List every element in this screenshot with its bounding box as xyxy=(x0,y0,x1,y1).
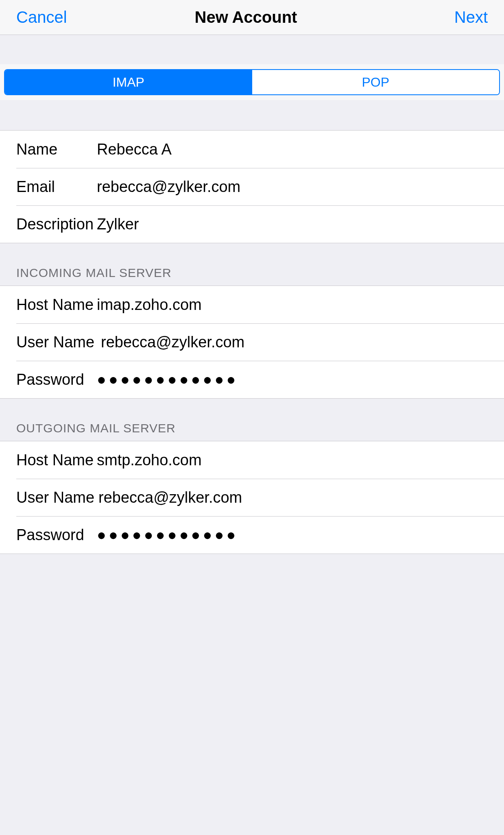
email-label: Email xyxy=(16,178,97,196)
navbar: Cancel New Account Next xyxy=(0,0,504,35)
outgoing-group: Host Name User Name Password ●●●●●●●●●●●… xyxy=(0,441,504,554)
incoming-password-field[interactable]: ●●●●●●●●●●●● xyxy=(97,371,238,388)
outgoing-password-field[interactable]: ●●●●●●●●●●●● xyxy=(97,526,238,544)
outgoing-header: OUTGOING MAIL SERVER xyxy=(0,399,504,441)
incoming-password-row[interactable]: Password ●●●●●●●●●●●● xyxy=(0,361,504,398)
incoming-group: Host Name User Name Password ●●●●●●●●●●●… xyxy=(0,286,504,399)
tab-imap[interactable]: IMAP xyxy=(5,70,252,94)
outgoing-host-label: Host Name xyxy=(16,451,97,469)
page-title: New Account xyxy=(69,8,423,26)
outgoing-user-row[interactable]: User Name xyxy=(0,479,504,516)
protocol-segmented-wrap: IMAP POP xyxy=(0,64,504,100)
outgoing-user-label: User Name xyxy=(16,489,97,506)
email-row[interactable]: Email xyxy=(0,168,504,205)
incoming-header: INCOMING MAIL SERVER xyxy=(0,243,504,286)
account-info-group: Name Email Description xyxy=(0,130,504,243)
outgoing-host-field[interactable] xyxy=(97,451,488,469)
incoming-password-label: Password xyxy=(16,371,97,388)
incoming-user-row[interactable]: User Name xyxy=(0,323,504,361)
name-field[interactable] xyxy=(97,141,488,158)
incoming-host-row[interactable]: Host Name xyxy=(0,286,504,323)
cancel-button[interactable]: Cancel xyxy=(16,8,67,26)
protocol-segmented: IMAP POP xyxy=(4,69,500,95)
description-field[interactable] xyxy=(97,216,488,233)
description-row[interactable]: Description xyxy=(0,205,504,243)
name-label: Name xyxy=(16,141,97,158)
incoming-user-field[interactable] xyxy=(97,334,488,351)
spacer xyxy=(0,35,504,64)
outgoing-password-label: Password xyxy=(16,526,97,544)
incoming-host-label: Host Name xyxy=(16,296,97,314)
description-label: Description xyxy=(16,216,97,233)
spacer xyxy=(0,100,504,130)
next-button[interactable]: Next xyxy=(454,8,488,26)
outgoing-user-field[interactable] xyxy=(97,489,488,506)
outgoing-host-row[interactable]: Host Name xyxy=(0,441,504,479)
incoming-host-field[interactable] xyxy=(97,296,488,314)
outgoing-password-row[interactable]: Password ●●●●●●●●●●●● xyxy=(0,516,504,554)
tab-pop[interactable]: POP xyxy=(252,70,500,94)
name-row[interactable]: Name xyxy=(0,131,504,168)
email-field[interactable] xyxy=(97,178,488,196)
incoming-user-label: User Name xyxy=(16,334,97,351)
